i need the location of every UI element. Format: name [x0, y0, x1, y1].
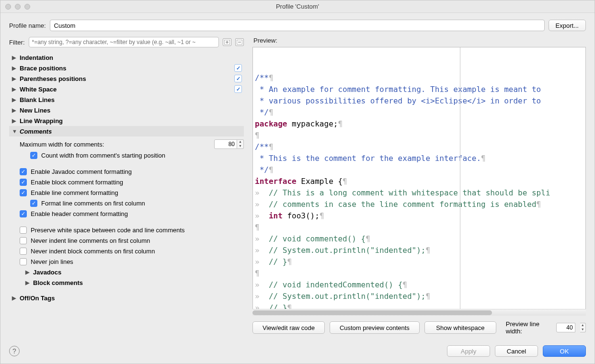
code-text: /**: [255, 142, 269, 151]
code-text: Example {: [297, 177, 343, 186]
never-join-checkbox[interactable]: [20, 258, 27, 265]
comments-settings: Maximum width for comments: ▲▼ ✓Count wi…: [9, 136, 244, 290]
titlebar: Profile 'Custom': [0, 0, 595, 13]
code-comment: // void commented() {: [269, 234, 366, 243]
tree-label: Javadocs: [33, 269, 61, 276]
tree-label: New Lines: [20, 107, 50, 114]
tree-item-javadocs[interactable]: ▶Javadocs: [20, 267, 244, 277]
code-comment: // comments in case the line comment for…: [269, 200, 537, 209]
count-width-checkbox[interactable]: ✓: [30, 152, 37, 159]
tree-item-white-space[interactable]: ▶White Space✓: [9, 84, 244, 94]
tree-item-indentation[interactable]: ▶Indentation: [9, 52, 244, 63]
settings-panel: Filter: ▶Indentation ▶Brace positions✓ ▶…: [9, 35, 244, 335]
code-text: */: [255, 165, 269, 174]
block-fmt-checkbox[interactable]: ✓: [20, 179, 27, 186]
dialog-window: Profile 'Custom' Profile name: Export...…: [0, 0, 595, 364]
code-text: mypackage;: [287, 119, 338, 128]
first-col-fmt-checkbox[interactable]: ✓: [30, 200, 37, 207]
tree-item-new-lines[interactable]: ▶New Lines: [9, 105, 244, 115]
close-window-icon[interactable]: [5, 4, 11, 10]
collapse-all-icon[interactable]: [235, 38, 244, 46]
view-raw-button[interactable]: View/edit raw code: [252, 321, 325, 334]
ok-button[interactable]: OK: [543, 345, 586, 357]
code-comment: // This is a long comment with whitespac…: [269, 188, 550, 197]
scrollbar-thumb[interactable]: [252, 310, 492, 315]
code-keyword: package: [255, 119, 287, 128]
preserve-ws-checkbox[interactable]: [20, 227, 27, 234]
code-text: * This is the comment for the example in…: [255, 154, 481, 163]
tree-item-line-wrapping[interactable]: ▶Line Wrapping: [9, 115, 244, 126]
max-width-row: Maximum width for comments: ▲▼: [20, 138, 244, 150]
count-width-row: ✓Count width from comment's starting pos…: [20, 150, 244, 160]
never-join-label: Never join lines: [31, 258, 73, 265]
never-indent-block-row: Never indent block comments on first col…: [20, 246, 244, 256]
window-title: Profile 'Custom': [4, 3, 591, 10]
export-button[interactable]: Export...: [549, 20, 586, 31]
modified-indicator-icon: ✓: [234, 85, 242, 93]
filter-input[interactable]: [29, 37, 219, 47]
line-fmt-label: Enable line comment formatting: [31, 189, 118, 196]
show-whitespace-button[interactable]: Show whitespace: [424, 321, 496, 334]
profile-name-label: Profile name:: [9, 22, 46, 29]
block-fmt-label: Enable block comment formatting: [31, 179, 123, 186]
modified-indicator-icon: ✓: [234, 75, 242, 82]
horizontal-scrollbar[interactable]: [252, 309, 586, 316]
custom-preview-button[interactable]: Custom preview contents: [330, 321, 420, 334]
code-comment: // void indentedCommented() {: [269, 280, 402, 289]
apply-button[interactable]: Apply: [447, 345, 490, 357]
tree-item-parentheses-positions[interactable]: ▶Parentheses positions✓: [9, 73, 244, 84]
never-join-row: Never join lines: [20, 256, 244, 267]
tree-label: White Space: [20, 86, 57, 93]
count-width-label: Count width from comment's starting posi…: [41, 152, 165, 159]
code-comment: // System.out.println("indented");: [269, 246, 426, 255]
window-controls: [5, 4, 30, 10]
tree-item-brace-positions[interactable]: ▶Brace positions✓: [9, 63, 244, 73]
zoom-window-icon[interactable]: [24, 4, 30, 10]
preserve-ws-row: Preserve white space between code and li…: [20, 225, 244, 235]
javadoc-fmt-checkbox[interactable]: ✓: [20, 168, 27, 175]
max-width-stepper[interactable]: ▲▼: [237, 139, 244, 149]
preview-controls: View/edit raw code Custom preview conten…: [252, 316, 586, 335]
dialog-footer: ? Apply Cancel OK: [0, 340, 595, 364]
preview-code[interactable]: /**¶ * An example for comment formatting…: [252, 47, 586, 316]
never-indent-line-label: Never indent line comments on first colu…: [31, 237, 150, 244]
max-width-input[interactable]: [214, 139, 237, 149]
minimize-window-icon[interactable]: [15, 4, 21, 10]
tree-label: Comments: [20, 128, 52, 135]
preview-line-width-input[interactable]: [556, 323, 575, 332]
code-text: foo3();: [283, 211, 320, 220]
profile-name-row: Profile name: Export...: [0, 13, 595, 35]
tree-item-comments[interactable]: ▼Comments: [9, 126, 244, 136]
line-fmt-checkbox[interactable]: ✓: [20, 189, 27, 196]
never-indent-line-row: Never indent line comments on first colu…: [20, 235, 244, 246]
never-indent-block-checkbox[interactable]: [20, 248, 27, 255]
preview-line-width-stepper[interactable]: ▲▼: [580, 323, 586, 332]
header-fmt-checkbox[interactable]: ✓: [20, 210, 27, 217]
filter-label: Filter:: [9, 39, 25, 46]
settings-tree[interactable]: ▶Indentation ▶Brace positions✓ ▶Parenthe…: [9, 50, 244, 335]
header-fmt-label: Enable header comment formatting: [31, 210, 128, 217]
header-fmt-row: ✓Enable header comment formatting: [20, 208, 244, 219]
filter-row: Filter:: [9, 35, 244, 50]
cancel-button[interactable]: Cancel: [495, 345, 538, 357]
margin-guide: [460, 47, 460, 315]
code-comment: // }: [269, 257, 287, 266]
tree-item-off-on-tags[interactable]: ▶Off/On Tags: [9, 293, 244, 303]
preview-label: Preview:: [252, 35, 586, 47]
tree-item-blank-lines[interactable]: ▶Blank Lines: [9, 94, 244, 105]
block-fmt-row: ✓Enable block comment formatting: [20, 177, 244, 187]
code-keyword: interface: [255, 177, 297, 186]
tree-item-block-comments[interactable]: ▶Block comments: [20, 277, 244, 288]
expand-all-icon[interactable]: [223, 38, 231, 46]
modified-indicator-icon: ✓: [234, 64, 242, 72]
javadoc-fmt-label: Enable Javadoc comment formatting: [31, 168, 132, 175]
preview-panel: Preview: /**¶ * An example for comment f…: [252, 35, 586, 335]
profile-name-input[interactable]: [50, 20, 545, 31]
code-text: * various possibilities offered by <i>Ec…: [255, 96, 541, 105]
tree-label: Parentheses positions: [20, 75, 86, 82]
never-indent-line-checkbox[interactable]: [20, 237, 27, 244]
preserve-ws-label: Preserve white space between code and li…: [31, 227, 185, 234]
line-fmt-row: ✓Enable line comment formatting: [20, 187, 244, 198]
help-icon[interactable]: ?: [9, 346, 20, 356]
first-col-fmt-row: ✓Format line comments on first column: [20, 198, 244, 208]
